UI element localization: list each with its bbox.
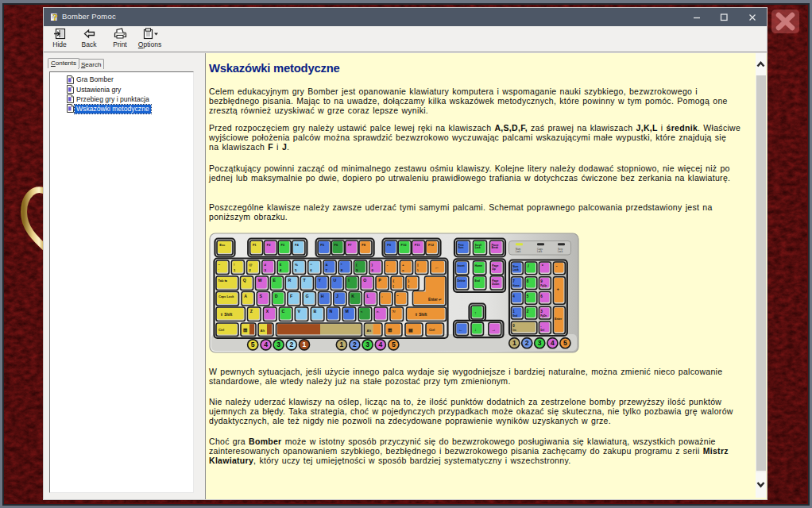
svg-text:1: 1 [512, 339, 516, 347]
svg-text:Del: Del [540, 329, 544, 332]
svg-text:5: 5 [563, 339, 567, 347]
svg-text:Ctrl: Ctrl [218, 328, 224, 332]
svg-text:F10: F10 [401, 243, 408, 247]
svg-text:F12: F12 [428, 243, 435, 247]
svg-text:PgDn: PgDn [540, 314, 547, 318]
svg-text:4: 4 [378, 341, 382, 348]
svg-text:2: 2 [289, 341, 293, 348]
svg-text:Insert: Insert [458, 264, 466, 267]
svg-text:3: 3 [538, 339, 542, 347]
svg-text:H: H [321, 294, 324, 298]
svg-text:Y: Y [318, 278, 321, 283]
svg-text:F4: F4 [295, 243, 299, 247]
svg-text:M: M [345, 309, 348, 314]
svg-text:F2: F2 [267, 243, 271, 247]
svg-text:→: → [492, 327, 497, 332]
svg-text:5: 5 [392, 341, 396, 348]
svg-text:Home: Home [475, 264, 483, 267]
svg-text:E: E [273, 278, 276, 283]
svg-text:5: 5 [527, 294, 529, 298]
svg-text:%: % [295, 263, 298, 267]
svg-text:Alt: Alt [261, 329, 265, 333]
svg-text:4: 4 [551, 339, 555, 347]
svg-text:→: → [540, 299, 543, 302]
svg-text:O: O [363, 278, 366, 283]
svg-text:G: G [305, 294, 308, 298]
svg-text:C: C [282, 309, 285, 314]
svg-text:⇧ Shift: ⇧ Shift [415, 313, 427, 317]
svg-text:1: 1 [303, 341, 307, 348]
svg-text:Down: Down [492, 283, 499, 286]
svg-text:?: ? [53, 12, 58, 21]
svg-text:2: 2 [525, 339, 529, 347]
svg-text:Caps Lock: Caps Lock [218, 295, 234, 298]
svg-text:←: ← [435, 265, 439, 270]
svg-text:3: 3 [276, 341, 280, 348]
svg-text:↑: ↑ [474, 310, 477, 315]
svg-text:3: 3 [540, 310, 543, 314]
svg-text:0: 0 [512, 324, 515, 328]
svg-text:▤: ▤ [408, 328, 413, 333]
svg-text:1: 1 [512, 310, 515, 314]
svg-text:Break: Break [492, 246, 499, 249]
svg-text:J: J [336, 294, 338, 298]
svg-text:A: A [244, 294, 247, 298]
svg-text:Alt: Alt [367, 329, 372, 333]
svg-text:End: End [512, 314, 517, 318]
svg-text:{: { [393, 279, 395, 283]
svg-text:S: S [260, 294, 263, 298]
svg-text:2: 2 [353, 341, 357, 348]
svg-text:4: 4 [512, 294, 515, 298]
svg-text:⇧ Shift: ⇧ Shift [220, 313, 233, 317]
svg-text:←: ← [512, 299, 515, 302]
svg-text:V: V [298, 309, 301, 314]
svg-text:W: W [258, 278, 262, 283]
svg-text:Lock: Lock [558, 250, 563, 253]
svg-text:Scrn: Scrn [458, 246, 464, 249]
svg-text:<: < [361, 310, 363, 314]
svg-text:PgUp: PgUp [540, 284, 547, 287]
svg-text:Up: Up [492, 267, 496, 271]
svg-text:⊞: ⊞ [243, 327, 247, 333]
svg-text:.: . [540, 324, 541, 328]
svg-text:Enter ↵: Enter ↵ [428, 298, 442, 302]
svg-text:1: 1 [340, 341, 344, 348]
svg-text:Ctrl: Ctrl [429, 328, 435, 332]
svg-text:F: F [290, 294, 292, 298]
svg-text:Lock: Lock [537, 250, 543, 253]
svg-text:←: ← [458, 327, 463, 332]
svg-text:>.: >. [377, 310, 380, 314]
svg-text:Esc: Esc [219, 243, 226, 247]
svg-text:@: @ [249, 263, 253, 267]
svg-text:": " [397, 294, 399, 298]
svg-text:Delete: Delete [458, 279, 466, 283]
svg-text:U: U [333, 278, 336, 283]
svg-text:N: N [329, 309, 332, 314]
svg-text:5: 5 [251, 341, 255, 348]
svg-text:Lock: Lock [516, 250, 521, 253]
svg-text:8: 8 [527, 279, 529, 283]
svg-text:D: D [275, 294, 278, 298]
svg-text:F5: F5 [320, 243, 324, 247]
svg-text:⊞: ⊞ [388, 327, 392, 333]
svg-text:+: + [402, 263, 404, 267]
svg-text:End: End [475, 279, 480, 283]
svg-text:Enter: Enter [555, 318, 563, 321]
svg-text:X: X [266, 309, 269, 314]
svg-text:_: _ [386, 268, 389, 272]
svg-text:F11: F11 [415, 243, 420, 247]
svg-text:F8: F8 [362, 243, 365, 247]
svg-text:=: = [402, 268, 404, 272]
svg-text:6: 6 [540, 294, 543, 298]
svg-text:R: R [288, 278, 292, 283]
svg-text:~: ~ [218, 263, 221, 267]
svg-text:B: B [314, 309, 317, 314]
svg-text:Q: Q [243, 278, 246, 283]
svg-text:7: 7 [512, 279, 515, 283]
svg-text:K: K [351, 294, 354, 298]
svg-text:*: * [341, 263, 342, 267]
svg-text:4: 4 [264, 341, 268, 348]
svg-text:Home: Home [512, 284, 520, 287]
svg-text:Lock: Lock [475, 246, 481, 249]
svg-text:F7: F7 [348, 243, 352, 247]
